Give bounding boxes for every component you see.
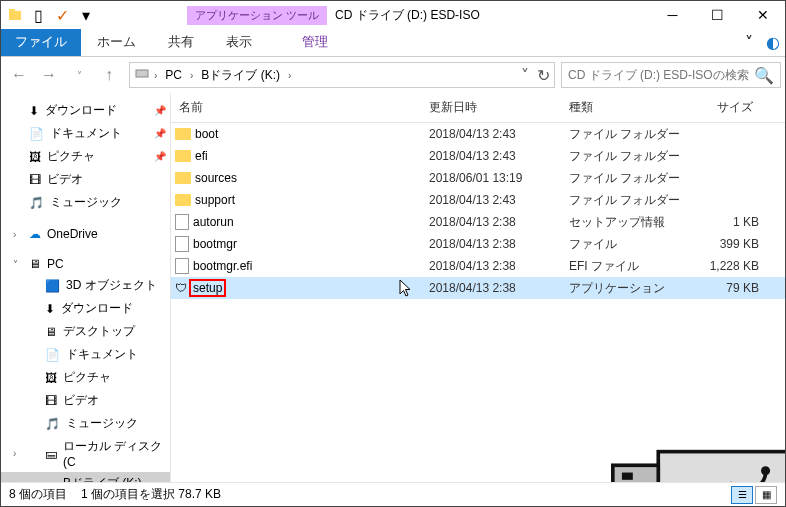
file-icon	[175, 214, 189, 230]
folder-icon: 🎞	[29, 173, 41, 187]
file-row[interactable]: 🛡setup2018/04/13 2:38アプリケーション79 KB	[171, 277, 785, 299]
file-row[interactable]: support2018/04/13 2:43ファイル フォルダー	[171, 189, 785, 211]
item-icon: 🟦	[45, 279, 60, 293]
file-size: 399 KB	[689, 237, 759, 251]
status-count: 8 個の項目	[9, 486, 67, 503]
up-button[interactable]: ↑	[95, 61, 123, 89]
nav-pc-child[interactable]: ⬇ダウンロード	[1, 297, 170, 320]
search-input[interactable]	[568, 68, 754, 82]
view-icons-button[interactable]: ▦	[755, 486, 777, 504]
tab-share[interactable]: 共有	[152, 29, 210, 56]
qat-undo[interactable]: ▾	[75, 4, 97, 26]
pin-icon: 📌	[154, 151, 166, 162]
recent-dropdown[interactable]: ˅	[65, 61, 93, 89]
file-name: support	[195, 193, 235, 207]
folder-icon	[175, 150, 191, 162]
col-name[interactable]: 名前	[171, 93, 421, 122]
file-name: setup	[191, 281, 226, 295]
crumb-pc[interactable]: PC	[161, 66, 186, 84]
tab-view[interactable]: 表示	[210, 29, 268, 56]
nav-pc-child[interactable]: 🖼ピクチャ	[1, 366, 170, 389]
file-size: 1 KB	[689, 215, 759, 229]
file-name: autorun	[193, 215, 234, 229]
address-bar[interactable]: › PC › Bドライブ (K:) › ˅ ↻	[129, 62, 555, 88]
search-box[interactable]: 🔍	[561, 62, 781, 88]
item-icon: 🖥	[45, 325, 57, 339]
close-button[interactable]: ✕	[740, 1, 785, 29]
file-row[interactable]: efi2018/04/13 2:43ファイル フォルダー	[171, 145, 785, 167]
search-icon[interactable]: 🔍	[754, 66, 774, 85]
pc-icon: 🖥	[29, 257, 41, 271]
nav-onedrive[interactable]: ›☁OneDrive	[1, 224, 170, 244]
file-date: 2018/04/13 2:43	[429, 193, 569, 207]
chevron-right-icon[interactable]: ›	[288, 70, 291, 81]
nav-pc-child[interactable]: 🎵ミュージック	[1, 412, 170, 435]
back-button[interactable]: ←	[5, 61, 33, 89]
file-type: ファイル	[569, 236, 689, 253]
nav-quick-item[interactable]: 🖼ピクチャ📌	[1, 145, 170, 168]
app-icon: 🛡	[175, 281, 187, 295]
file-date: 2018/04/13 2:38	[429, 237, 569, 251]
svg-rect-5	[622, 473, 633, 480]
svg-point-9	[761, 466, 770, 475]
folder-icon: 📄	[29, 127, 44, 141]
tab-manage[interactable]: 管理	[286, 29, 344, 56]
crumb-drive[interactable]: Bドライブ (K:)	[197, 65, 284, 86]
chevron-right-icon[interactable]: ›	[190, 70, 193, 81]
help-icon[interactable]: ◐	[761, 29, 785, 56]
file-row[interactable]: sources2018/06/01 13:19ファイル フォルダー	[171, 167, 785, 189]
ribbon-expand-icon[interactable]: ˅	[737, 29, 761, 56]
ribbon: ファイル ホーム 共有 表示 管理 ˅ ◐	[1, 29, 785, 57]
nav-quick-item[interactable]: 🎵ミュージック	[1, 191, 170, 214]
file-row[interactable]: bootmgr2018/04/13 2:38ファイル399 KB	[171, 233, 785, 255]
svg-rect-0	[9, 11, 21, 20]
status-bar: 8 個の項目 1 個の項目を選択 78.7 KB ☰ ▦	[1, 482, 785, 506]
forward-button[interactable]: →	[35, 61, 63, 89]
file-type: ファイル フォルダー	[569, 192, 689, 209]
col-size[interactable]: サイズ	[681, 93, 761, 122]
nav-pc[interactable]: ˅🖥PC	[1, 254, 170, 274]
tab-home[interactable]: ホーム	[81, 29, 152, 56]
window-title: CD ドライブ (D:) ESD-ISO	[335, 7, 480, 24]
file-type: EFI ファイル	[569, 258, 689, 275]
qat-properties[interactable]: ▯	[27, 4, 49, 26]
nav-quick-item[interactable]: 🎞ビデオ	[1, 168, 170, 191]
minimize-button[interactable]: ─	[650, 1, 695, 29]
file-size: 79 KB	[689, 281, 759, 295]
file-type: ファイル フォルダー	[569, 148, 689, 165]
qat-check[interactable]: ✓	[51, 4, 73, 26]
nav-quick-item[interactable]: 📄ドキュメント📌	[1, 122, 170, 145]
item-icon: 🖼	[45, 371, 57, 385]
nav-pc-child[interactable]: 📄ドキュメント	[1, 343, 170, 366]
col-date[interactable]: 更新日時	[421, 93, 561, 122]
nav-pc-child[interactable]: 🟦3D オブジェクト	[1, 274, 170, 297]
file-name: bootmgr.efi	[193, 259, 252, 273]
nav-pc-child[interactable]: 🖥デスクトップ	[1, 320, 170, 343]
refresh-icon[interactable]: ↻	[537, 66, 550, 85]
file-date: 2018/04/13 2:38	[429, 259, 569, 273]
svg-rect-2	[136, 70, 148, 77]
chevron-right-icon[interactable]: ›	[154, 70, 157, 81]
file-date: 2018/04/13 2:43	[429, 149, 569, 163]
folder-icon	[175, 194, 191, 206]
file-icon	[175, 236, 189, 252]
maximize-button[interactable]: ☐	[695, 1, 740, 29]
contextual-tab-label: アプリケーション ツール	[187, 6, 327, 25]
nav-pc-child[interactable]: ›🖴ローカル ディスク (C	[1, 435, 170, 472]
file-type: アプリケーション	[569, 280, 689, 297]
col-type[interactable]: 種類	[561, 93, 681, 122]
nav-pc-child[interactable]: 🎞ビデオ	[1, 389, 170, 412]
nav-quick-item[interactable]: ⬇ダウンロード📌	[1, 99, 170, 122]
file-tab[interactable]: ファイル	[1, 29, 81, 56]
folder-icon: 🎵	[29, 196, 44, 210]
file-type: ファイル フォルダー	[569, 126, 689, 143]
app-icon	[7, 7, 23, 23]
title-bar: ▯ ✓ ▾ アプリケーション ツール CD ドライブ (D:) ESD-ISO …	[1, 1, 785, 29]
view-details-button[interactable]: ☰	[731, 486, 753, 504]
file-row[interactable]: boot2018/04/13 2:43ファイル フォルダー	[171, 123, 785, 145]
file-row[interactable]: bootmgr.efi2018/04/13 2:38EFI ファイル1,228 …	[171, 255, 785, 277]
file-row[interactable]: autorun2018/04/13 2:38セットアップ情報1 KB	[171, 211, 785, 233]
folder-icon	[175, 172, 191, 184]
address-dropdown[interactable]: ˅	[521, 66, 529, 85]
file-date: 2018/06/01 13:19	[429, 171, 569, 185]
